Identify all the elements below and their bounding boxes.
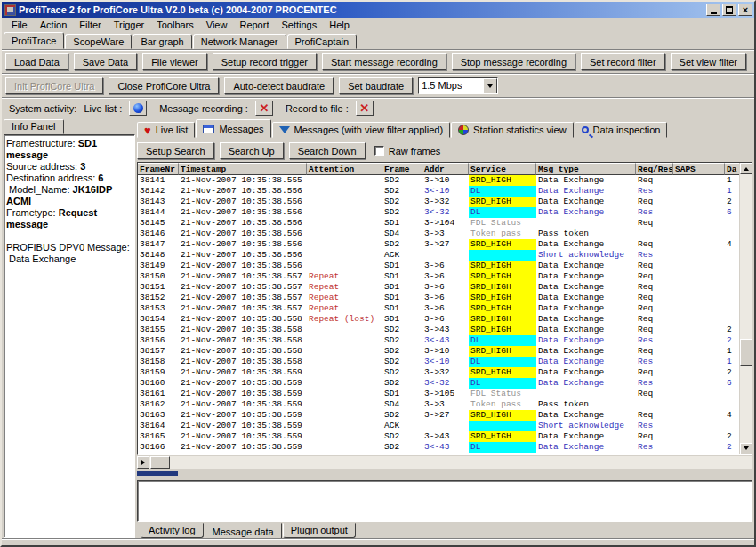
table-row[interactable]: 3816521-Nov-2007 10:35:38.559SD23->43SRD… (138, 431, 739, 442)
tab-profitrace[interactable]: ProfiTrace (4, 32, 64, 49)
table-row[interactable]: 3815021-Nov-2007 10:35:38.557RepeatSD13-… (138, 271, 739, 282)
table-row[interactable]: 3814321-Nov-2007 10:35:38.556SD23->32SRD… (138, 197, 739, 207)
table-row[interactable]: 3814921-Nov-2007 10:35:38.556SD13->6SRD_… (138, 261, 739, 271)
table-row[interactable]: 3816621-Nov-2007 10:35:38.559SD23<-43DLD… (138, 442, 739, 453)
minimize-button[interactable] (706, 4, 720, 16)
column-header-attention[interactable]: Attention (307, 163, 382, 175)
menu-item-help[interactable]: Help (323, 19, 356, 31)
scroll-down-button[interactable] (740, 443, 752, 454)
tab-network-manager[interactable]: Network Manager (193, 34, 286, 49)
cell-saps (673, 271, 725, 282)
table-row[interactable]: 3814521-Nov-2007 10:35:38.556SD13->104FD… (138, 218, 739, 229)
tab-plugin-output[interactable]: Plugin output (283, 523, 356, 538)
tab-messages[interactable]: Messages (196, 119, 270, 138)
file-viewer-button[interactable]: File viewer (142, 53, 207, 70)
tab-message-data[interactable]: Message data (205, 523, 282, 538)
tab-data-inspection[interactable]: Data inspection (575, 122, 668, 138)
table-row[interactable]: 3816221-Nov-2007 10:35:38.559SD43->3Toke… (138, 399, 739, 410)
column-header-saps[interactable]: SAPS (673, 163, 725, 175)
message-table: FrameNrTimestampAttentionFrameAddrServic… (137, 162, 752, 455)
table-row[interactable]: 3814121-Nov-2007 10:35:38.555SD23->10SRD… (138, 175, 739, 186)
baudrate-dropdown-button[interactable] (483, 78, 497, 93)
cell-da (725, 229, 739, 239)
stop-message-recording-button[interactable]: Stop message recording (452, 53, 575, 70)
table-row[interactable]: 3815321-Nov-2007 10:35:38.557RepeatSD13-… (138, 303, 739, 314)
table-row[interactable]: 3816121-Nov-2007 10:35:38.559SD13->105FD… (138, 389, 739, 399)
restore-button[interactable] (722, 4, 736, 16)
info-panel-tab[interactable]: Info Panel (4, 119, 64, 134)
menu-item-trigger[interactable]: Trigger (108, 19, 150, 31)
scroll-up-button[interactable] (740, 163, 752, 174)
baudrate-value: 1.5 Mbps (419, 78, 483, 93)
table-row[interactable]: 3815821-Nov-2007 10:35:38.558SD23<-10DLD… (138, 357, 739, 367)
menu-item-file[interactable]: File (5, 19, 34, 31)
search-up-button[interactable]: Search Up (220, 142, 284, 159)
menu-item-toolbars[interactable]: Toolbars (150, 19, 200, 31)
tab-scopeware[interactable]: ScopeWare (65, 34, 132, 49)
auto-detect-baudrate-button[interactable]: Auto-detect baudrate (224, 77, 334, 94)
tab-activity-log[interactable]: Activity log (141, 523, 204, 538)
tab-messages-with-view-filter-applied[interactable]: Messages (with view filter applied) (272, 122, 451, 138)
table-row[interactable]: 3814421-Nov-2007 10:35:38.556SD23<-32DLD… (138, 207, 739, 218)
table-row[interactable]: 3815721-Nov-2007 10:35:38.558SD23->10SRD… (138, 346, 739, 357)
tab-live-list[interactable]: ♥Live list (137, 122, 195, 138)
set-baudrate-button[interactable]: Set baudrate (339, 77, 413, 94)
load-data-button[interactable]: Load Data (5, 53, 68, 70)
scroll-right-button[interactable] (137, 456, 149, 469)
table-row[interactable]: 3816321-Nov-2007 10:35:38.559SD23->27SRD… (138, 410, 739, 421)
cell-ts: 21-Nov-2007 10:35:38.556 (179, 197, 307, 207)
close-button[interactable]: × (738, 4, 752, 16)
column-header-framenr[interactable]: FrameNr (138, 163, 179, 175)
table-row[interactable]: 3815221-Nov-2007 10:35:38.557RepeatSD13-… (138, 293, 739, 303)
column-header-service[interactable]: Service (469, 163, 536, 175)
live-list-indicator[interactable] (129, 101, 147, 116)
vertical-scrollbar[interactable] (739, 163, 752, 454)
horizontal-scroll-thumb[interactable] (150, 456, 170, 469)
set-view-filter-button[interactable]: Set view filter (671, 53, 746, 70)
menu-item-action[interactable]: Action (34, 19, 74, 31)
close-proficore-ultra-button[interactable]: Close ProfiCore Ultra (109, 77, 219, 94)
cell-attn (307, 357, 382, 367)
record-to-file-indicator[interactable]: ✕ (356, 101, 374, 116)
horizontal-scrollbar[interactable] (137, 456, 752, 469)
cell-svc: DL (469, 186, 536, 197)
vertical-scroll-thumb[interactable] (740, 339, 752, 366)
search-down-button[interactable]: Search Down (289, 142, 366, 159)
tab-bar-graph[interactable]: Bar graph (133, 34, 191, 49)
tab-station-statistics-view[interactable]: Station statistics view (451, 122, 574, 138)
baudrate-select[interactable]: 1.5 Mbps (418, 77, 498, 94)
title-bar[interactable]: ProfiTrace 2 for ProfiCore Ultra V2.0 be… (2, 2, 754, 18)
setup-search-button[interactable]: Setup Search (137, 142, 214, 159)
cell-da: 1 (725, 175, 739, 186)
table-row[interactable]: 3815621-Nov-2007 10:35:38.558SD23<-43DLD… (138, 335, 739, 346)
table-row[interactable]: 3816021-Nov-2007 10:35:38.559SD23<-32DLD… (138, 378, 739, 389)
column-header-addr[interactable]: Addr (422, 163, 469, 175)
table-row[interactable]: 3814221-Nov-2007 10:35:38.556SD23<-10DLD… (138, 186, 739, 197)
tab-proficaptain[interactable]: ProfiCaptain (287, 34, 358, 49)
column-header-msg-type[interactable]: Msg type (536, 163, 636, 175)
table-row[interactable]: 3814821-Nov-2007 10:35:38.556ACKShort ac… (138, 250, 739, 261)
start-message-recording-button[interactable]: Start message recording (322, 53, 446, 70)
table-row[interactable]: 3815421-Nov-2007 10:35:38.558Repeat (los… (138, 314, 739, 325)
cell-attn (307, 421, 382, 431)
table-row[interactable]: 3816421-Nov-2007 10:35:38.559ACKShort ac… (138, 421, 739, 431)
column-header-req-res[interactable]: Req/Res (636, 163, 673, 175)
cell-nr: 38147 (138, 239, 179, 250)
set-record-filter-button[interactable]: Set record filter (581, 53, 665, 70)
menu-item-view[interactable]: View (200, 19, 234, 31)
table-row[interactable]: 3815121-Nov-2007 10:35:38.557RepeatSD13-… (138, 282, 739, 293)
raw-frames-checkbox[interactable] (374, 146, 384, 156)
message-recording-indicator[interactable]: ✕ (255, 101, 273, 116)
menu-item-report[interactable]: Report (233, 19, 275, 31)
menu-item-filter[interactable]: Filter (73, 19, 107, 31)
message-data-output[interactable] (137, 480, 752, 522)
save-data-button[interactable]: Save Data (74, 53, 137, 70)
setup-record-trigger-button[interactable]: Setup record trigger (213, 53, 317, 70)
table-row[interactable]: 3815921-Nov-2007 10:35:38.559SD23->32SRD… (138, 367, 739, 378)
table-row[interactable]: 3814621-Nov-2007 10:35:38.556SD43->3Toke… (138, 229, 739, 239)
menu-item-settings[interactable]: Settings (275, 19, 323, 31)
column-header-frame[interactable]: Frame (382, 163, 422, 175)
table-row[interactable]: 3815521-Nov-2007 10:35:38.558SD23->43SRD… (138, 325, 739, 335)
column-header-timestamp[interactable]: Timestamp (179, 163, 307, 175)
table-row[interactable]: 3814721-Nov-2007 10:35:38.556SD23->27SRD… (138, 239, 739, 250)
